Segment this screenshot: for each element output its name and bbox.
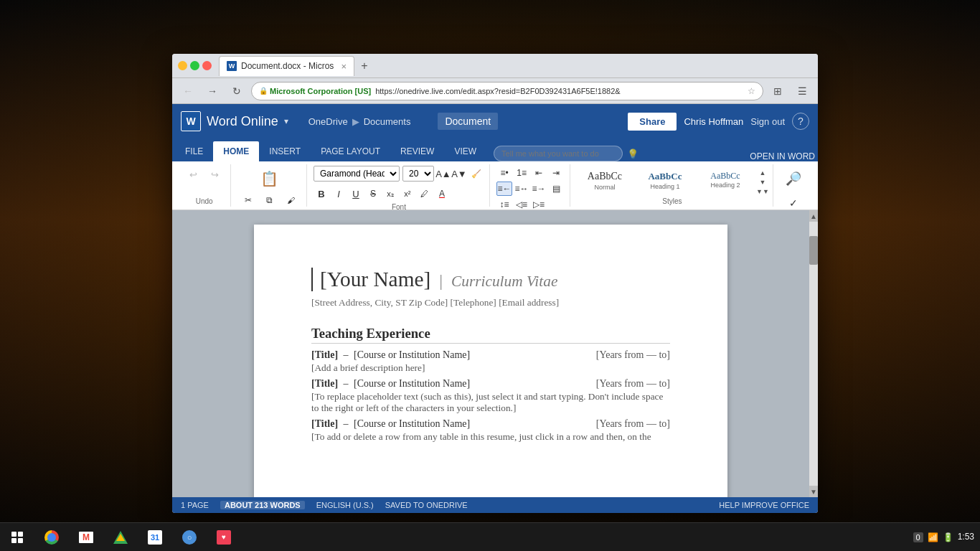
- decrease-indent-button[interactable]: ⇤: [531, 166, 547, 180]
- maximize-button[interactable]: [190, 61, 199, 70]
- taskbar-gmail[interactable]: M: [69, 523, 103, 552]
- tab-view[interactable]: VIEW: [444, 141, 486, 161]
- browser-titlebar: W Document.docx - Micros × +: [172, 54, 818, 78]
- forward-button[interactable]: →: [202, 81, 222, 101]
- document-scroll[interactable]: [Your Name] | Curriculum Vitae [Street A…: [172, 210, 809, 497]
- close-button[interactable]: [202, 61, 212, 70]
- format-row: B I U S x₂ x² 🖊 A: [314, 186, 484, 202]
- taskbar-calendar[interactable]: 31: [138, 523, 172, 552]
- redo-button[interactable]: ↪: [205, 166, 225, 183]
- taskbar-pocket[interactable]: ♥: [207, 523, 241, 552]
- minimize-button[interactable]: [178, 61, 187, 70]
- bullets-button[interactable]: ≡•: [496, 166, 512, 180]
- align-right-button[interactable]: ≡→: [531, 182, 547, 196]
- address-url: https://onedrive.live.com/edit.aspx?resi…: [375, 87, 621, 95]
- autocorrect-button[interactable]: ✓: [783, 194, 804, 212]
- underline-button[interactable]: U: [348, 186, 364, 202]
- strikethrough-button[interactable]: S: [365, 186, 381, 202]
- rtl-button[interactable]: ▷≡: [531, 197, 547, 212]
- line-spacing-button[interactable]: ↕≡: [496, 197, 512, 212]
- increase-indent-button[interactable]: ⇥: [548, 166, 564, 180]
- ribbon-tabs: FILE HOME INSERT PAGE LAYOUT REVIEW VIEW…: [172, 138, 818, 161]
- taskbar-remote[interactable]: ○: [172, 523, 207, 552]
- numbering-button[interactable]: 1≡: [514, 166, 529, 180]
- open-in-word-button[interactable]: OPEN IN WORD: [750, 151, 815, 161]
- styles-more[interactable]: ▼▼: [757, 187, 768, 196]
- taskbar-right: 0 📶 🔋 1:53: [913, 532, 980, 543]
- tab-insert[interactable]: INSERT: [259, 141, 311, 161]
- word-app-title: Word Online: [207, 114, 278, 129]
- align-left-button[interactable]: ≡←: [496, 182, 512, 196]
- clipboard-row: 📋 ✂ ⧉ 🖌: [238, 166, 301, 209]
- new-tab-button[interactable]: +: [354, 56, 374, 76]
- browser-toolbar: ← → ↻ 🔒 Microsoft Corporation [US] https…: [172, 78, 818, 104]
- cut-button[interactable]: ✂: [238, 192, 258, 209]
- document-tab-label[interactable]: Document: [438, 113, 498, 130]
- superscript-button[interactable]: x²: [400, 186, 415, 202]
- find-replace-button[interactable]: 🔎: [781, 166, 806, 192]
- para-row-3: ↕≡ ◁≡ ▷≡: [496, 197, 564, 212]
- format-painter-button[interactable]: 🖌: [281, 192, 301, 209]
- tab-close-button[interactable]: ×: [341, 61, 347, 72]
- taskbar-drive[interactable]: [103, 523, 138, 552]
- undo-button[interactable]: ↩: [184, 166, 204, 183]
- para-row-1: ≡• 1≡ ⇤ ⇥: [496, 166, 564, 180]
- word-header: W Word Online ▾ OneDrive ▶ Documents Doc…: [172, 104, 818, 138]
- font-color-button[interactable]: A: [434, 186, 450, 202]
- italic-button[interactable]: I: [331, 186, 347, 202]
- style-heading1[interactable]: AaBbCc Heading 1: [636, 169, 694, 192]
- address-bar[interactable]: 🔒 Microsoft Corporation [US] https://one…: [251, 82, 763, 100]
- documents-link[interactable]: Documents: [364, 116, 411, 127]
- paste-button[interactable]: 📋: [257, 166, 283, 192]
- document-title-separator: |: [439, 271, 443, 291]
- subscript-button[interactable]: x₂: [382, 186, 398, 202]
- back-button[interactable]: ←: [178, 81, 198, 101]
- bookmark-icon[interactable]: ☆: [748, 86, 755, 96]
- help-improve-link[interactable]: HELP IMPROVE OFFICE: [719, 501, 809, 509]
- taskbar-apps-grid[interactable]: [0, 523, 34, 552]
- document-page[interactable]: [Your Name] | Curriculum Vitae [Street A…: [254, 225, 727, 497]
- word-count[interactable]: ABOUT 213 WORDS: [220, 501, 305, 509]
- vertical-scrollbar[interactable]: ▲ ▼: [809, 210, 818, 497]
- tab-home[interactable]: HOME: [213, 141, 259, 161]
- tab-review[interactable]: REVIEW: [390, 141, 444, 161]
- doc-entry-3-row: [Title] – [Course or Institution Name] […: [311, 418, 670, 430]
- reload-button[interactable]: ↻: [227, 81, 247, 101]
- status-bar: 1 PAGE ABOUT 213 WORDS ENGLISH (U.S.) SA…: [172, 497, 818, 513]
- tell-input[interactable]: [494, 146, 623, 161]
- bold-button[interactable]: B: [314, 186, 329, 202]
- font-size-selector[interactable]: 20: [402, 166, 434, 182]
- increase-font-button[interactable]: A▲: [437, 167, 450, 180]
- tab-page-layout[interactable]: PAGE LAYOUT: [311, 141, 390, 161]
- tab-file[interactable]: FILE: [175, 141, 213, 161]
- word-dropdown-icon[interactable]: ▾: [284, 116, 288, 126]
- font-row: Garamond (Headi 20 A▲ A▼ 🧹: [314, 166, 484, 182]
- copy-button[interactable]: ⧉: [260, 192, 280, 209]
- para-row-2: ≡← ≡↔ ≡→ ▤: [496, 182, 564, 196]
- extensions-button[interactable]: ⊞: [768, 81, 788, 101]
- decrease-font-button[interactable]: A▼: [453, 167, 466, 180]
- align-center-button[interactable]: ≡↔: [514, 182, 529, 196]
- doc-entry-1-row: [Title] – [Course or Institution Name] […: [311, 349, 670, 361]
- clear-format-button[interactable]: 🧹: [468, 166, 484, 182]
- scroll-thumb[interactable]: [809, 236, 818, 265]
- ltr-button[interactable]: ◁≡: [514, 197, 529, 212]
- taskbar-chrome[interactable]: [34, 523, 69, 552]
- styles-scroll-down[interactable]: ▼: [757, 178, 768, 187]
- scroll-down-button[interactable]: ▼: [809, 486, 818, 497]
- help-button[interactable]: ?: [792, 113, 809, 130]
- font-family-selector[interactable]: Garamond (Headi: [314, 166, 400, 182]
- share-button[interactable]: Share: [628, 113, 677, 131]
- style-heading2[interactable]: AaBbCc Heading 2: [697, 169, 754, 191]
- breadcrumb: OneDrive ▶ Documents: [308, 116, 411, 127]
- onedrive-link[interactable]: OneDrive: [308, 116, 348, 127]
- paragraph-group: ≡• 1≡ ⇤ ⇥ ≡← ≡↔ ≡→ ▤ ↕≡ ◁≡ ▷≡: [491, 164, 570, 207]
- justify-button[interactable]: ▤: [548, 182, 564, 196]
- styles-scroll-up[interactable]: ▲: [757, 169, 768, 177]
- browser-tab-active[interactable]: W Document.docx - Micros ×: [219, 56, 354, 76]
- browser-menu-button[interactable]: ☰: [792, 81, 812, 101]
- scroll-up-button[interactable]: ▲: [809, 210, 818, 222]
- highlight-button[interactable]: 🖊: [417, 186, 433, 202]
- style-normal[interactable]: AaBbCc Normal: [576, 169, 633, 193]
- signout-link[interactable]: Sign out: [750, 116, 785, 127]
